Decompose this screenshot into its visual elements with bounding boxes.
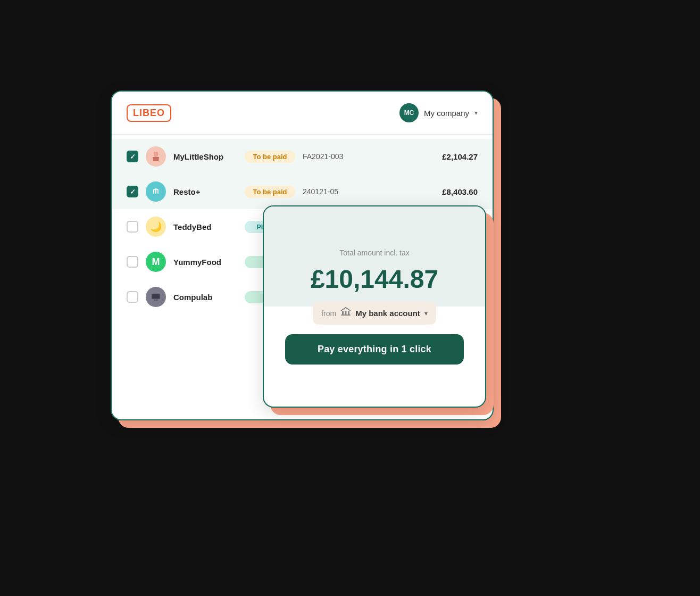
total-label: Total amount incl. tax [339,249,410,257]
checkbox-2[interactable]: ✓ [127,186,138,197]
libeo-logo: LIBEO [127,104,171,122]
payment-card: Total amount incl. tax £10,144.87 from M… [263,205,486,408]
status-badge: To be paid [245,186,295,198]
checkbox-1[interactable]: ✓ [127,151,138,162]
checkmark-icon: ✓ [130,153,136,161]
table-row[interactable]: ✓ MyLittleShop To be paid FA2021-003 £2,… [112,139,493,174]
payment-content: Total amount incl. tax £10,144.87 from M… [285,249,464,365]
company-selector[interactable]: MC My company ▾ [399,103,478,122]
table-row[interactable]: ✓ Resto+ To be paid 240121-05 £8,403.60 [112,174,493,209]
bank-account-selector[interactable]: from My bank account ▾ [313,302,436,325]
bank-account-name: My bank account [355,309,420,318]
invoice-amount: £2,104.27 [442,152,478,161]
checkbox-3[interactable] [127,221,138,233]
chevron-down-icon: ▾ [474,109,478,117]
total-amount: £10,144.87 [311,267,438,292]
vendor-logo-yummyfood: M [146,252,166,272]
svg-rect-2 [152,294,160,299]
vendor-name: Resto+ [173,187,237,196]
scene: LIBEO MC My company ▾ ✓ MyLit [111,90,589,506]
card-header: LIBEO MC My company ▾ [112,92,493,135]
svg-rect-3 [154,300,158,301]
vendor-name: TeddyBed [173,222,237,231]
vendor-logo-teddybed: 🌙 [146,217,166,237]
pay-button[interactable]: Pay everything in 1 click [285,334,464,365]
svg-rect-6 [345,311,347,314]
from-label: from [321,309,336,318]
vendor-name: YummyFood [173,258,237,267]
checkbox-5[interactable] [127,291,138,303]
svg-rect-5 [342,311,344,314]
svg-rect-4 [153,301,159,301]
vendor-logo-compulab [146,287,166,307]
status-badge: To be paid [245,151,295,163]
vendor-name: MyLittleShop [173,152,237,161]
checkmark-icon: ✓ [130,188,136,196]
chevron-down-icon: ▾ [424,310,428,317]
vendor-name: Compulab [173,293,237,302]
bank-icon [340,307,351,319]
invoice-amount: £8,403.60 [442,187,478,196]
vendor-logo-mylittleshop [146,146,166,167]
company-name: My company [424,109,469,118]
vendor-logo-resto [146,181,166,202]
checkbox-4[interactable] [127,256,138,268]
avatar: MC [399,103,419,122]
svg-rect-8 [341,314,351,316]
invoice-number: 240121-05 [303,187,361,196]
invoice-number: FA2021-003 [303,152,361,161]
svg-rect-7 [348,311,349,314]
